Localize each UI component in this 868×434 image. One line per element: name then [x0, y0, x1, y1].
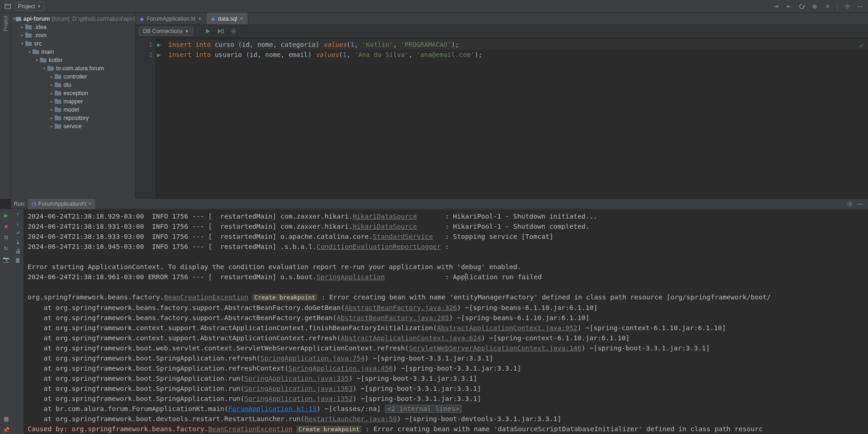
code-editor[interactable]: 1▶2▶ ✓ insert into curso (id, nome, cate…: [135, 38, 868, 199]
editor-tab[interactable]: ◈ForumApplication.kt×: [135, 13, 206, 24]
tree-node[interactable]: ▸mapper: [11, 97, 135, 106]
tree-node[interactable]: ▸dto: [11, 81, 135, 89]
expand-icon[interactable]: ⇤: [784, 1, 794, 11]
print-icon[interactable]: 🖨: [15, 248, 21, 254]
tree-node-label: src: [34, 40, 42, 47]
run-tab-name: ForumApplicationKt: [38, 201, 86, 207]
tree-node-label: .idea: [34, 24, 46, 30]
tree-node-label: main: [41, 49, 54, 55]
chevron-icon: ▸: [19, 33, 25, 38]
folder-icon: [54, 124, 62, 129]
run-console[interactable]: 2024-06-24T21:38:18.929-03:00 INFO 1756 …: [24, 209, 868, 434]
console-line: Error starting ApplicationContext. To di…: [28, 262, 864, 272]
module-icon: [15, 16, 22, 22]
run-rerun-icon[interactable]: ▶: [2, 211, 10, 220]
up-stack-icon[interactable]: ↑: [17, 211, 19, 218]
chevron-icon: ▸: [19, 25, 25, 29]
tree-node[interactable]: ▾kotlin: [11, 56, 135, 64]
check-status-icon[interactable]: ✓: [860, 40, 863, 51]
console-line: 2024-06-24T21:38:18.933-03:00 INFO 1756 …: [28, 231, 864, 242]
stop-icon[interactable]: ■: [2, 222, 10, 231]
tree-node[interactable]: ▸.mvn: [11, 31, 135, 39]
console-line: at org.springframework.context.support.A…: [28, 333, 864, 343]
tree-node[interactable]: ▾br.com.alura.forum: [11, 64, 135, 73]
svg-rect-11: [33, 49, 35, 51]
folder-icon: [25, 33, 32, 38]
layout-icon[interactable]: ⧉: [2, 233, 10, 242]
build-icon[interactable]: ▦: [2, 415, 10, 423]
folder-icon: [54, 107, 62, 113]
project-view-icon[interactable]: [3, 1, 13, 11]
tab-label: data.sql: [218, 16, 237, 22]
run-panel: ▶ ■ ⧉ ↻ 📷 ▦ 📌 ↑ ↓ ⤶ ⤓ 🖨 🗑 2024-06-24T21:…: [0, 209, 868, 434]
run-sql-icon[interactable]: [203, 26, 213, 36]
down-stack-icon[interactable]: ↓: [17, 220, 19, 227]
chevron-icon: ▸: [49, 83, 54, 87]
console-line: at org.springframework.beans.factory.sup…: [28, 313, 864, 323]
run-tool-header: Run: ◷ ForumApplicationKt × —: [11, 199, 868, 209]
svg-point-2: [846, 6, 848, 7]
svg-rect-9: [25, 41, 28, 43]
svg-rect-19: [55, 82, 57, 84]
code-line[interactable]: insert into usuario (id, nome, email) va…: [168, 50, 868, 60]
project-tool-tab[interactable]: Project: [3, 16, 8, 31]
console-line: at org.springframework.context.support.A…: [28, 323, 864, 333]
flatten-icon[interactable]: ≡: [822, 1, 833, 11]
svg-rect-5: [25, 24, 28, 26]
tree-node[interactable]: ▸service: [11, 122, 135, 130]
tree-node[interactable]: ▸controller: [11, 73, 135, 81]
db-connections-dropdown[interactable]: DB Connections ▼: [139, 27, 193, 36]
tree-node-label: .mvn: [34, 32, 46, 39]
chevron-icon: ▸: [49, 99, 54, 104]
console-line: at org.springframework.beans.factory.sup…: [28, 303, 864, 313]
tree-node[interactable]: ▾src: [11, 39, 135, 48]
tree-node[interactable]: ▸exception: [11, 89, 135, 97]
console-line: 2024-06-24T21:38:18.931-03:00 INFO 1756 …: [28, 221, 864, 231]
console-line: at org.springframework.boot.devtools.res…: [28, 414, 864, 424]
close-icon[interactable]: ×: [88, 201, 91, 207]
camera-icon[interactable]: 📷: [2, 255, 10, 264]
tree-node-label: service: [63, 123, 82, 130]
collapse-icon[interactable]: ⇥: [771, 1, 781, 11]
hide-icon[interactable]: —: [855, 199, 865, 209]
chevron-down-icon: ▼: [37, 4, 41, 9]
kotlin-file-icon: ◷: [32, 201, 36, 207]
tree-node[interactable]: ▸model: [11, 106, 135, 114]
svg-rect-30: [222, 29, 223, 33]
tree-node[interactable]: ▾main: [11, 48, 135, 56]
console-side-actions: ↑ ↓ ⤶ ⤓ 🖨 🗑: [12, 209, 24, 434]
refresh-icon[interactable]: [797, 1, 807, 11]
close-icon[interactable]: ×: [240, 16, 243, 22]
chevron-icon: ▸: [49, 107, 54, 112]
trash-icon[interactable]: 🗑: [15, 257, 21, 264]
console-line: 2024-06-24T21:38:18.945-03:00 INFO 1756 …: [28, 242, 864, 252]
project-selector[interactable]: Project ▼: [15, 2, 44, 11]
settings-icon[interactable]: [842, 1, 852, 11]
db-conn-label: DB Connections: [143, 28, 183, 34]
run-sql-new-icon[interactable]: [216, 26, 226, 36]
folder-icon: [54, 115, 62, 121]
close-icon[interactable]: ×: [198, 16, 201, 22]
tree-node[interactable]: ▸repository: [11, 114, 135, 122]
hide-icon[interactable]: —: [855, 1, 865, 11]
restart-icon[interactable]: ↻: [2, 244, 10, 253]
gear-icon[interactable]: [845, 199, 855, 209]
editor-tab[interactable]: ◈data.sql×: [206, 13, 248, 24]
tree-node[interactable]: ▸.idea: [11, 23, 135, 31]
svg-rect-23: [55, 99, 57, 101]
folder-icon: [54, 82, 62, 88]
project-tree[interactable]: ▾ api-forum [forum] D:\github.com\alura\…: [11, 13, 135, 199]
pin-icon[interactable]: 📌: [2, 426, 10, 434]
console-line: [28, 282, 864, 292]
tree-root[interactable]: ▾ api-forum [forum] D:\github.com\alura\…: [11, 15, 135, 23]
code-line[interactable]: insert into curso (id, nome, categoria) …: [168, 39, 868, 50]
scroll-end-icon[interactable]: ⤓: [16, 239, 20, 245]
locate-icon[interactable]: ⊕: [810, 1, 820, 11]
soft-wrap-icon[interactable]: ⤶: [16, 230, 20, 236]
editor-area: ◈ForumApplication.kt×◈data.sql× DB Conne…: [135, 13, 868, 199]
svg-point-32: [849, 203, 851, 205]
console-line: at org.springframework.boot.SpringApplic…: [28, 394, 864, 404]
gear-icon[interactable]: [228, 26, 239, 36]
console-line: at org.springframework.boot.SpringApplic…: [28, 383, 864, 394]
run-tab[interactable]: ◷ ForumApplicationKt ×: [28, 199, 95, 209]
